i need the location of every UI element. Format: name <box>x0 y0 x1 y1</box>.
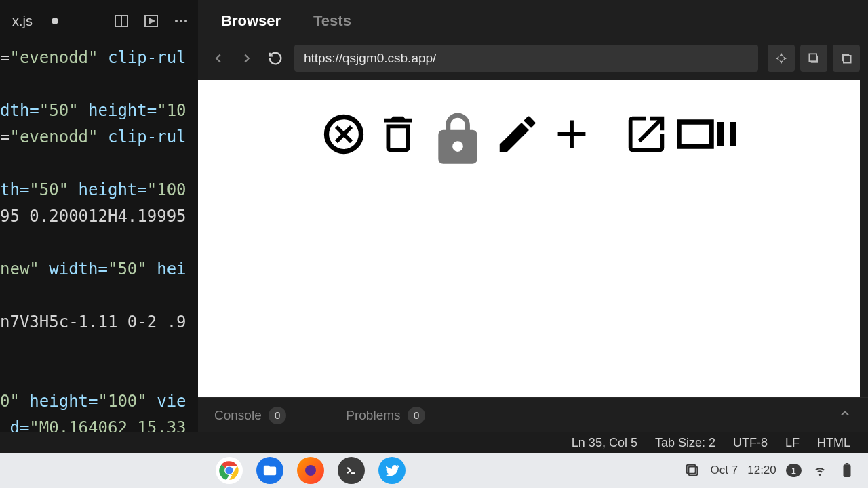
preview-play-icon[interactable] <box>142 12 160 30</box>
terminal-app-icon[interactable] <box>338 457 365 484</box>
tab-browser[interactable]: Browser <box>221 12 281 30</box>
problems-count-badge: 0 <box>408 407 425 424</box>
svg-point-6 <box>184 20 187 22</box>
right-panel-tabs: BrowserTests <box>198 0 868 42</box>
reload-button[interactable] <box>266 49 285 68</box>
svg-marker-9 <box>776 56 780 60</box>
editor-tab-file[interactable]: x.js <box>3 0 68 42</box>
address-bar[interactable] <box>294 45 758 72</box>
svg-rect-12 <box>809 54 816 61</box>
status-bar: Ln 35, Col 5 Tab Size: 2 UTF-8 LF HTML <box>0 432 868 453</box>
burst-mode-icon <box>677 100 738 168</box>
move-devtools-icon[interactable] <box>768 45 795 72</box>
edit-icon <box>494 100 541 168</box>
svg-point-20 <box>305 465 316 476</box>
tray-date[interactable]: Oct 7 <box>711 464 738 477</box>
open-external-icon[interactable] <box>833 45 860 72</box>
forward-button[interactable] <box>237 49 256 68</box>
back-button[interactable] <box>209 49 228 68</box>
svg-marker-10 <box>783 56 787 60</box>
tab-tests[interactable]: Tests <box>313 12 351 30</box>
status-cursor-position[interactable]: Ln 35, Col 5 <box>572 436 637 450</box>
console-tab[interactable]: Console 0 <box>214 407 286 424</box>
editor-toolbar <box>113 12 195 30</box>
console-count-badge: 0 <box>269 407 286 424</box>
tray-time[interactable]: 12:20 <box>747 464 776 477</box>
svg-marker-3 <box>150 19 154 23</box>
wifi-icon[interactable] <box>811 462 829 479</box>
svg-rect-16 <box>717 122 724 146</box>
browser-toolbar <box>198 42 868 80</box>
main-area: x.js ="evenodd" clip-ruldth="50" height=… <box>0 0 868 432</box>
status-eol[interactable]: LF <box>785 436 800 450</box>
expand-panel-icon[interactable] <box>838 407 852 424</box>
chrome-app-icon[interactable] <box>216 457 243 484</box>
battery-icon[interactable] <box>838 462 856 479</box>
status-tab-size[interactable]: Tab Size: 2 <box>655 436 715 450</box>
status-encoding[interactable]: UTF-8 <box>733 436 768 450</box>
console-tab-label: Console <box>214 407 262 422</box>
svg-rect-17 <box>730 122 736 146</box>
files-app-icon[interactable] <box>256 457 283 484</box>
dirty-indicator-icon <box>52 18 58 24</box>
tray-notification-badge[interactable]: 1 <box>786 464 802 477</box>
right-panel: BrowserTests <box>198 0 868 432</box>
problems-tab-label: Problems <box>346 407 400 422</box>
svg-point-4 <box>175 20 178 22</box>
more-icon[interactable] <box>172 12 190 30</box>
status-language[interactable]: HTML <box>817 436 850 450</box>
system-tray: Oct 7 12:20 1 <box>684 462 856 479</box>
editor-tabstrip: x.js <box>0 0 198 42</box>
svg-rect-24 <box>844 464 851 477</box>
svg-point-5 <box>180 20 182 22</box>
svg-rect-25 <box>846 463 848 464</box>
svg-marker-7 <box>779 53 783 57</box>
open-in-new-icon <box>623 100 670 168</box>
app-root: x.js ="evenodd" clip-ruldth="50" height=… <box>0 0 868 488</box>
lock-icon <box>429 100 487 179</box>
plus-icon <box>548 100 595 168</box>
browser-preview <box>198 80 860 397</box>
svg-marker-8 <box>779 60 783 64</box>
editor-column: x.js ="evenodd" clip-ruldth="50" height=… <box>0 0 198 432</box>
address-actions <box>768 45 860 72</box>
problems-tab[interactable]: Problems 0 <box>346 407 425 424</box>
os-taskbar: Oct 7 12:20 1 <box>0 453 868 488</box>
editor-tab-label: x.js <box>12 14 33 29</box>
bottom-panel-tabs: Console 0 Problems 0 <box>198 397 868 432</box>
twitter-app-icon[interactable] <box>378 457 406 484</box>
open-window-icon[interactable] <box>800 45 827 72</box>
code-editor[interactable]: ="evenodd" clip-ruldth="50" height="10="… <box>0 42 198 432</box>
split-editor-icon[interactable] <box>113 12 130 30</box>
firefox-app-icon[interactable] <box>297 457 324 484</box>
delete-icon <box>374 100 422 168</box>
svg-rect-14 <box>844 56 851 63</box>
svg-rect-15 <box>679 122 711 146</box>
tray-overview-icon[interactable] <box>684 462 701 479</box>
cancel-circle-icon <box>320 100 368 168</box>
